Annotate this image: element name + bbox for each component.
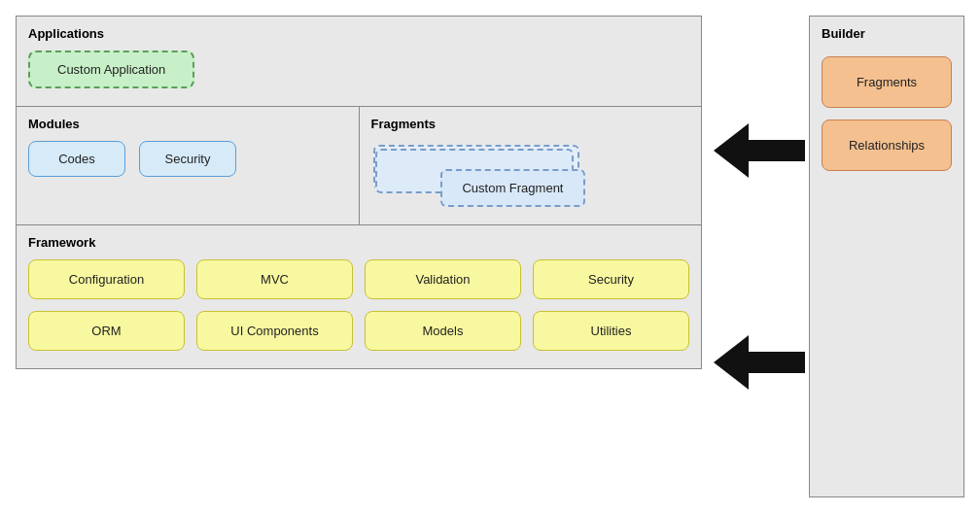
modules-title: Modules	[28, 117, 347, 131]
left-panel: Applications Custom Application Modules …	[16, 16, 702, 369]
custom-fragment-box[interactable]: Custom Fragment	[440, 169, 584, 207]
framework-mvc[interactable]: MVC	[196, 259, 353, 299]
arrow-bottom	[714, 335, 805, 390]
arrow-top	[714, 123, 805, 178]
fragment-stack: Custom Fragment	[371, 141, 585, 207]
fragments-title: Fragments	[371, 117, 690, 131]
applications-title: Applications	[28, 26, 689, 41]
arrow-bottom-tail	[797, 352, 805, 373]
framework-configuration[interactable]: Configuration	[28, 259, 185, 299]
builder-panel: Builder Fragments Relationships	[809, 16, 964, 497]
arrow-top-tail	[797, 140, 805, 161]
modules-section: Modules Codes Security	[17, 107, 360, 224]
builder-title: Builder	[822, 26, 952, 41]
framework-section: Framework Configuration MVC Validation S…	[17, 225, 701, 368]
builder-fragments[interactable]: Fragments	[822, 56, 952, 108]
arrow-bottom-head	[714, 335, 749, 390]
fragment-items: Custom Fragment	[371, 141, 690, 207]
framework-models[interactable]: Models	[365, 311, 521, 351]
fragments-section: Fragments Custom Fragment	[360, 107, 702, 224]
arrow-stack	[710, 16, 809, 497]
middle-row: Modules Codes Security Fragments Custom …	[17, 107, 701, 225]
arrows-and-builder: Builder Fragments Relationships	[710, 16, 964, 497]
framework-utilities[interactable]: Utilities	[533, 311, 689, 351]
arrow-bottom-body	[749, 352, 797, 373]
module-security[interactable]: Security	[139, 141, 236, 177]
custom-application-box[interactable]: Custom Application	[28, 51, 194, 88]
framework-orm[interactable]: ORM	[28, 311, 185, 351]
framework-ui-components[interactable]: UI Components	[196, 311, 353, 351]
framework-validation[interactable]: Validation	[365, 259, 521, 299]
framework-security[interactable]: Security	[533, 259, 689, 299]
framework-grid: Configuration MVC Validation Security OR…	[28, 259, 689, 351]
arrow-top-body	[749, 140, 797, 161]
builder-relationships[interactable]: Relationships	[822, 120, 952, 171]
module-items: Codes Security	[28, 141, 347, 177]
module-codes[interactable]: Codes	[28, 141, 125, 177]
framework-title: Framework	[28, 235, 689, 250]
arrow-top-head	[714, 123, 749, 178]
applications-section: Applications Custom Application	[17, 17, 701, 107]
